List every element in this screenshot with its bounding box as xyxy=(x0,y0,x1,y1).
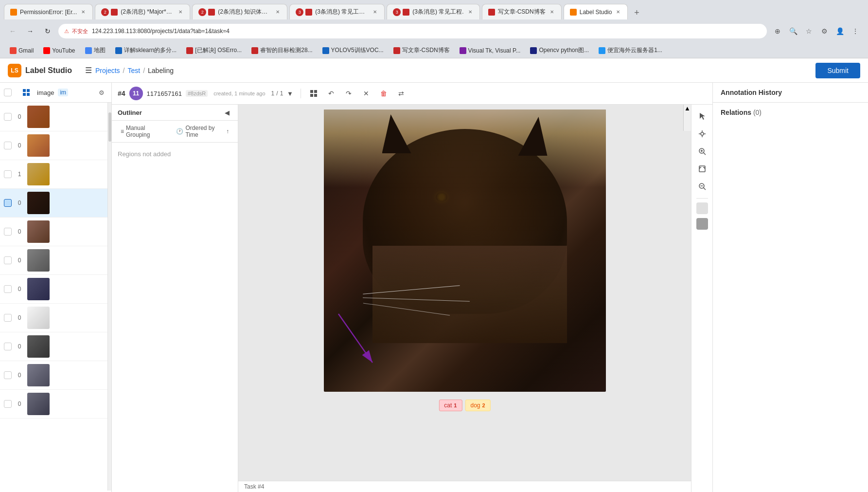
tab-close-5[interactable]: ✕ xyxy=(467,9,474,16)
outliner-title: Outliner xyxy=(118,109,142,116)
transfer-annotation-button[interactable]: ⇄ xyxy=(394,87,408,100)
account-icon[interactable]: 👤 xyxy=(833,24,847,38)
task-checkbox-10[interactable] xyxy=(4,371,12,379)
bookmark-write-csdn[interactable]: 写文章-CSDN博客 xyxy=(390,45,454,55)
bookmark-maps[interactable]: 地图 xyxy=(81,45,109,55)
task-checkbox-4[interactable] xyxy=(4,199,12,207)
task-item-1[interactable]: 0 xyxy=(0,103,107,131)
bookmark-yolov5[interactable]: YOLOV5训练VOC... xyxy=(319,45,388,55)
bookmark-cloud[interactable]: 便宜海外云服务器1... xyxy=(595,45,666,55)
task-thumbnail-11 xyxy=(27,393,50,415)
cat-label-button[interactable]: cat 1 xyxy=(439,400,462,411)
zoom-icon[interactable]: 🔍 xyxy=(786,24,800,38)
bookmark-gmail[interactable]: Gmail xyxy=(6,46,37,55)
task-item-11[interactable]: 0 xyxy=(0,390,107,419)
tab-close-4[interactable]: ✕ xyxy=(372,9,378,16)
relations-label: Relations xyxy=(721,109,751,116)
tab-close-3[interactable]: ✕ xyxy=(274,9,281,16)
redo-button[interactable]: ↷ xyxy=(342,87,355,100)
browser-tab-2[interactable]: 2 (2条消息) *Major*的... ✕ xyxy=(95,4,190,19)
svg-rect-5 xyxy=(314,90,317,93)
translate-icon[interactable]: ⊕ xyxy=(771,24,784,38)
cat-label-count: 1 xyxy=(454,402,457,408)
task-thumbnail-3 xyxy=(27,163,50,185)
menu-toggle-button[interactable]: ☰ xyxy=(82,64,95,77)
dog-label-button[interactable]: dog 2 xyxy=(465,400,490,411)
task-checkbox-11[interactable] xyxy=(4,400,12,408)
breadcrumb-projects[interactable]: Projects xyxy=(95,67,120,74)
nav-expand-button[interactable]: ▼ xyxy=(285,89,295,98)
bookmark-sklearn[interactable]: 详解sklearn的多分... xyxy=(111,45,181,55)
color-picker-1[interactable] xyxy=(696,202,708,214)
new-tab-button[interactable]: + xyxy=(630,6,643,19)
browser-tab-6[interactable]: 写文章-CSDN博客 ✕ xyxy=(482,4,562,19)
task-item-6[interactable]: 0 xyxy=(0,246,107,275)
svg-rect-1 xyxy=(27,89,30,92)
forward-button[interactable]: → xyxy=(23,24,37,38)
close-annotation-button[interactable]: ✕ xyxy=(359,87,373,100)
tab-close-2[interactable]: ✕ xyxy=(177,9,184,16)
browser-tab-4[interactable]: 3 (3条消息) 常见工程... ✕ xyxy=(289,4,385,19)
ordered-by-time-icon: 🕐 xyxy=(176,128,183,135)
select-tool-button[interactable] xyxy=(694,109,710,124)
task-checkbox-8[interactable] xyxy=(4,314,12,322)
zoom-in-button[interactable] xyxy=(694,144,710,159)
color-picker-2[interactable] xyxy=(696,218,708,230)
annotation-canvas[interactable]: cat 1 dog 2 xyxy=(324,109,606,392)
zoom-out-button[interactable] xyxy=(694,179,710,194)
task-checkbox-2[interactable] xyxy=(4,142,12,149)
canvas-scroll-up[interactable]: ▲ xyxy=(683,105,691,111)
tab-close-6[interactable]: ✕ xyxy=(549,9,555,16)
extensions-icon[interactable]: ⚙ xyxy=(817,24,831,38)
task-item-4[interactable]: 0 xyxy=(0,189,107,218)
submit-button[interactable]: Submit xyxy=(815,63,860,78)
undo-button[interactable]: ↶ xyxy=(324,87,338,100)
back-button[interactable]: ← xyxy=(6,24,19,38)
task-checkbox-9[interactable] xyxy=(4,343,12,350)
address-bar[interactable]: ⚠ 不安全 124.223.198.113:8080/projects/1/da… xyxy=(58,24,767,38)
fit-canvas-button[interactable] xyxy=(694,161,710,177)
svg-rect-3 xyxy=(27,93,30,96)
bookmark-visual-tk[interactable]: Visual Tk, Visual P... xyxy=(456,46,525,55)
delete-annotation-button[interactable]: 🗑 xyxy=(377,87,390,100)
view-grid-button[interactable] xyxy=(307,87,320,100)
bookmark-yolo-detect[interactable]: 睿智的目标检测28... xyxy=(248,45,316,55)
settings-button[interactable]: ⚙ xyxy=(96,87,107,98)
browser-tab-3[interactable]: 2 (2条消息) 知识体系... ✕ xyxy=(192,4,287,19)
task-item-3[interactable]: 1 xyxy=(0,160,107,189)
task-item-2[interactable]: 0 xyxy=(0,131,107,160)
task-created: created, 1 minute ago xyxy=(213,91,265,96)
task-item-8[interactable]: 0 xyxy=(0,304,107,332)
tab-close-1[interactable]: ✕ xyxy=(80,9,87,16)
task-checkbox-3[interactable] xyxy=(4,170,12,178)
task-checkbox-5[interactable] xyxy=(4,228,12,236)
task-list-scrollbar[interactable] xyxy=(107,103,111,491)
pan-tool-button[interactable] xyxy=(694,126,710,142)
manual-grouping-button[interactable]: ≡ Manual Grouping xyxy=(118,124,169,139)
task-item-10[interactable]: 0 xyxy=(0,361,107,390)
task-item-7[interactable]: 0 xyxy=(0,275,107,304)
tab-label-1: PermissionError: [Er... xyxy=(20,9,77,16)
outliner-collapse-button[interactable]: ◀ xyxy=(222,108,232,117)
tab-close-7[interactable]: ✕ xyxy=(615,9,621,16)
browser-tab-1[interactable]: PermissionError: [Er... ✕ xyxy=(4,4,93,19)
bookmark-cloud-label: 便宜海外云服务器1... xyxy=(607,46,662,55)
task-list-scroll[interactable]: 0 0 1 xyxy=(0,103,107,491)
breadcrumb-test[interactable]: Test xyxy=(127,67,140,74)
task-checkbox-7[interactable] xyxy=(4,285,12,293)
ordered-by-time-button[interactable]: 🕐 Ordered by Time ↑ xyxy=(173,124,232,139)
task-checkbox-6[interactable] xyxy=(4,256,12,264)
task-item-5[interactable]: 0 xyxy=(0,218,107,246)
task-checkbox-1[interactable] xyxy=(4,113,12,121)
bookmark-icon[interactable]: ☆ xyxy=(802,24,815,38)
task-item-9[interactable]: 0 xyxy=(0,332,107,361)
browser-tab-5[interactable]: 3 (3条消息) 常见工程. ✕ xyxy=(387,4,479,19)
more-options-icon[interactable]: ⋮ xyxy=(849,24,862,38)
grid-view-button[interactable] xyxy=(19,86,33,99)
select-all-checkbox[interactable] xyxy=(4,89,12,96)
reload-button[interactable]: ↻ xyxy=(41,24,54,38)
bookmark-oserror[interactable]: [已解决] OSErro... xyxy=(182,45,246,55)
bookmark-opencv[interactable]: Opencv python图... xyxy=(526,45,593,55)
browser-tab-7[interactable]: Label Studio ✕ xyxy=(564,4,628,19)
bookmark-youtube[interactable]: YouTube xyxy=(39,46,79,55)
